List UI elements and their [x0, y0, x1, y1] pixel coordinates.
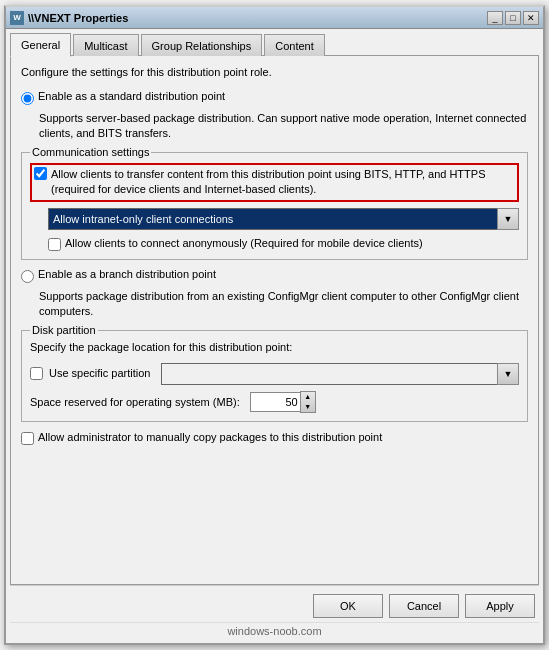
- cancel-button[interactable]: Cancel: [389, 594, 459, 618]
- page-description: Configure the settings for this distribu…: [21, 66, 528, 78]
- radio-standard-input[interactable]: [21, 92, 34, 105]
- close-button[interactable]: ✕: [523, 11, 539, 25]
- space-row: Space reserved for operating system (MB)…: [30, 391, 519, 413]
- checkbox-admin-row: Allow administrator to manually copy pac…: [21, 430, 528, 445]
- communication-settings-title: Communication settings: [30, 146, 151, 158]
- checkbox-admin-input[interactable]: [21, 432, 34, 445]
- tab-content-panel: Configure the settings for this distribu…: [10, 55, 539, 585]
- window-icon: W: [10, 11, 24, 25]
- checkbox-anon-label: Allow clients to connect anonymously (Re…: [65, 236, 423, 251]
- partition-row: Use specific partition ▼: [30, 363, 519, 385]
- partition-dropdown[interactable]: [161, 363, 520, 385]
- radio-branch-description: Supports package distribution from an ex…: [39, 289, 528, 320]
- tab-bar: General Multicast Group Relationships Co…: [10, 33, 539, 56]
- space-spinbox: ▲ ▼: [250, 391, 316, 413]
- tab-multicast[interactable]: Multicast: [73, 34, 138, 56]
- connection-type-dropdown-wrapper: Allow intranet-only client connections A…: [48, 208, 519, 230]
- maximize-button[interactable]: □: [505, 11, 521, 25]
- checkbox-anon-row: Allow clients to connect anonymously (Re…: [48, 236, 519, 251]
- checkbox-bits-highlight: Allow clients to transfer content from t…: [30, 163, 519, 202]
- checkbox-bits-input[interactable]: [34, 167, 47, 180]
- connection-type-row: Allow intranet-only client connections A…: [48, 208, 519, 230]
- radio-standard-description: Supports server-based package distributi…: [39, 111, 528, 142]
- titlebar-controls: _ □ ✕: [487, 11, 539, 25]
- tab-group-relationships[interactable]: Group Relationships: [141, 34, 263, 56]
- radio-branch-option: Enable as a branch distribution point: [21, 268, 528, 283]
- window-title-group: W \\VNEXT Properties: [10, 11, 128, 25]
- connection-type-dropdown[interactable]: Allow intranet-only client connections A…: [48, 208, 519, 230]
- checkbox-bits-label: Allow clients to transfer content from t…: [51, 167, 515, 198]
- tab-general[interactable]: General: [10, 33, 71, 57]
- ok-button[interactable]: OK: [313, 594, 383, 618]
- spin-up-button[interactable]: ▲: [301, 392, 315, 402]
- checkbox-admin-label: Allow administrator to manually copy pac…: [38, 430, 382, 445]
- window-title: \\VNEXT Properties: [28, 12, 128, 24]
- titlebar: W \\VNEXT Properties _ □ ✕: [6, 7, 543, 29]
- radio-standard-option: Enable as a standard distribution point: [21, 90, 528, 105]
- button-row: OK Cancel Apply: [10, 585, 539, 622]
- disk-description: Specify the package location for this di…: [30, 341, 519, 353]
- radio-group-branch: Enable as a branch distribution point Su…: [21, 268, 528, 320]
- radio-standard-label: Enable as a standard distribution point: [38, 90, 225, 102]
- partition-dropdown-wrapper: ▼: [161, 363, 520, 385]
- checkbox-partition-label: Use specific partition: [49, 366, 151, 381]
- communication-settings-content: Allow clients to transfer content from t…: [30, 163, 519, 251]
- apply-button[interactable]: Apply: [465, 594, 535, 618]
- disk-partition-group: Disk partition Specify the package locat…: [21, 330, 528, 422]
- minimize-button[interactable]: _: [487, 11, 503, 25]
- space-label: Space reserved for operating system (MB)…: [30, 396, 240, 408]
- disk-partition-title: Disk partition: [30, 324, 98, 336]
- properties-window: W \\VNEXT Properties _ □ ✕ General Multi…: [4, 5, 545, 645]
- checkbox-anon-input[interactable]: [48, 238, 61, 251]
- tab-content[interactable]: Content: [264, 34, 325, 56]
- spin-down-button[interactable]: ▼: [301, 402, 315, 412]
- disk-partition-content: Specify the package location for this di…: [30, 341, 519, 413]
- space-input[interactable]: [250, 392, 300, 412]
- radio-group-distribution: Enable as a standard distribution point …: [21, 90, 528, 142]
- checkbox-partition-input[interactable]: [30, 367, 43, 380]
- radio-branch-label: Enable as a branch distribution point: [38, 268, 216, 280]
- spin-buttons: ▲ ▼: [300, 391, 316, 413]
- window-body: General Multicast Group Relationships Co…: [6, 29, 543, 643]
- watermark: windows-noob.com: [10, 622, 539, 639]
- radio-branch-input[interactable]: [21, 270, 34, 283]
- communication-settings-group: Communication settings Allow clients to …: [21, 152, 528, 260]
